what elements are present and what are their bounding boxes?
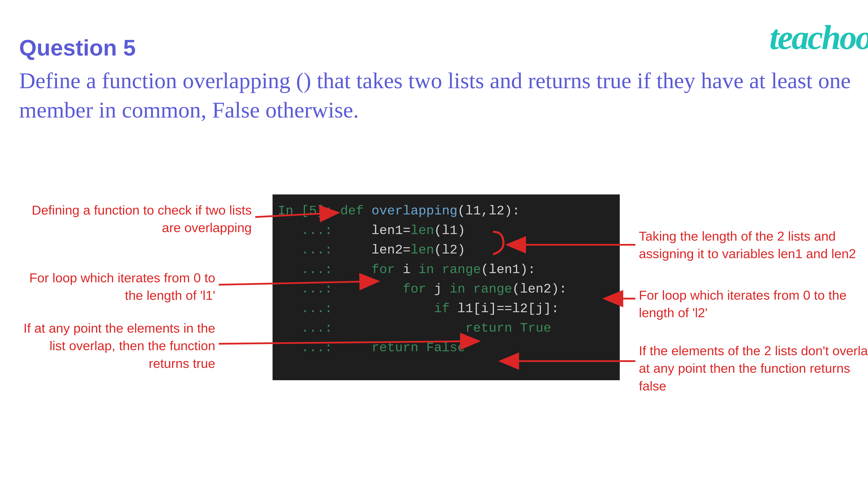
annotation-return-false: If the elements of the 2 lists don't ove… — [639, 342, 868, 395]
code-line-6: ...: if l1[i]==l2[j]: — [278, 299, 615, 319]
annotation-for-l1: For loop which iterates from 0 to the le… — [12, 269, 215, 304]
annotation-define-function: Defining a function to check if two list… — [12, 201, 252, 237]
question-body: Define a function overlapping () that ta… — [19, 66, 868, 125]
code-line-7: ...: return True — [278, 319, 615, 338]
code-line-3: ...: len2=len(l2) — [278, 240, 615, 260]
brand-logo: teachoo — [769, 18, 868, 57]
code-line-5: ...: for j in range(len2): — [278, 280, 615, 299]
annotation-return-true: If at any point the elements in the list… — [12, 319, 215, 372]
annotation-length-vars: Taking the length of the 2 lists and ass… — [639, 227, 868, 263]
code-line-4: ...: for i in range(len1): — [278, 260, 615, 280]
question-title: Question 5 — [19, 35, 136, 61]
code-line-8: ...: return False — [278, 338, 615, 358]
annotation-for-l2: For loop which iterates from 0 to the le… — [639, 286, 868, 322]
code-block: In [5]: def overlapping(l1,l2): ...: len… — [273, 194, 620, 380]
code-line-2: ...: len1=len(l1) — [278, 221, 615, 241]
code-line-1: In [5]: def overlapping(l1,l2): — [278, 201, 615, 221]
